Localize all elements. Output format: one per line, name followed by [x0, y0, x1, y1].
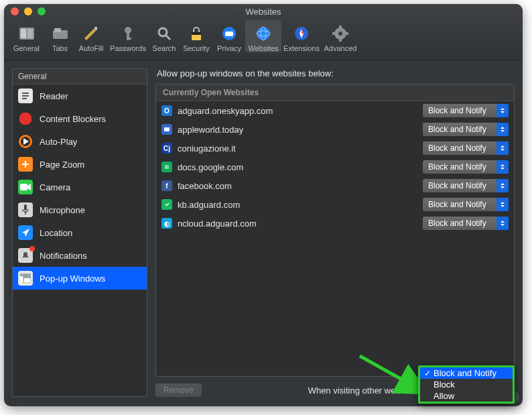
toolbar-search[interactable]: Search — [149, 20, 180, 52]
site-setting-select[interactable]: Block and Notify — [423, 104, 509, 117]
window-icon — [18, 271, 33, 286]
toolbar-tabs[interactable]: Tabs — [45, 20, 75, 52]
favicon-icon — [161, 199, 172, 210]
main-panel: Allow pop-up windows on the websites bel… — [155, 68, 515, 397]
site-row[interactable]: ◐ ncloud.adguard.com Block and Notify — [156, 214, 514, 233]
sidebar-header: General — [13, 69, 147, 84]
svg-rect-1 — [21, 29, 26, 38]
svg-rect-26 — [22, 95, 29, 97]
site-row[interactable]: f facebook.com Block and Notify — [156, 176, 514, 195]
site-setting-select[interactable]: Block and Notify — [423, 198, 509, 211]
site-row[interactable]: Cj coniugazione.it Block and Notify — [156, 139, 514, 158]
site-setting-select[interactable]: Block and Notify — [423, 141, 509, 155]
microphone-icon — [18, 202, 33, 217]
dropdown-option-block[interactable]: Block — [420, 379, 513, 390]
svg-rect-24 — [345, 32, 348, 35]
compass-icon — [281, 24, 322, 43]
tabs-icon — [45, 24, 75, 43]
svg-rect-36 — [24, 204, 27, 211]
svg-rect-2 — [27, 29, 33, 38]
body: General Reader Content Blockers — [4, 60, 523, 406]
favicon-icon: Cj — [161, 143, 172, 154]
site-row[interactable]: kb.adguard.com Block and Notify — [156, 195, 514, 214]
other-websites-dropdown[interactable]: ✓ Block and Notify Block Allow — [418, 365, 515, 404]
bottom-row: Remove When visiting other websites: ✓ B… — [155, 383, 515, 397]
toolbar-general[interactable]: General — [8, 20, 45, 52]
sidebar-item-camera[interactable]: Camera — [13, 176, 147, 198]
toolbar: General Tabs AutoFill Passwords — [4, 19, 523, 60]
sidebar-item-label: Microphone — [40, 205, 85, 215]
svg-marker-38 — [22, 229, 29, 237]
play-icon — [18, 134, 33, 149]
toolbar-security[interactable]: Security — [180, 20, 213, 52]
svg-rect-22 — [339, 38, 342, 42]
dropdown-option-allow[interactable]: Allow — [420, 390, 513, 402]
gear-icon — [322, 24, 359, 43]
toolbar-privacy[interactable]: Privacy — [213, 20, 245, 52]
lock-icon — [180, 24, 213, 43]
sidebar-item-label: Location — [40, 228, 72, 238]
site-list-box: Currently Open Websites O adguard.onesky… — [155, 84, 515, 377]
toolbar-passwords[interactable]: Passwords — [107, 20, 149, 52]
toolbar-websites[interactable]: Websites — [245, 20, 281, 52]
svg-rect-21 — [339, 25, 342, 29]
other-websites-label: When visiting other websites: — [308, 386, 421, 396]
favicon-icon: ◐ — [161, 218, 172, 229]
site-row[interactable]: appleworld.today Block and Notify — [156, 120, 514, 139]
favicon-icon — [161, 124, 172, 135]
site-setting-select[interactable]: Block and Notify — [423, 123, 509, 136]
sidebar-item-reader[interactable]: Reader — [13, 84, 147, 107]
svg-rect-44 — [164, 127, 170, 131]
reader-icon — [18, 88, 33, 103]
svg-rect-4 — [54, 28, 61, 32]
sidebar-item-notifications[interactable]: Notifications — [13, 244, 147, 267]
bell-icon — [18, 248, 33, 263]
remove-button[interactable]: Remove — [155, 383, 202, 397]
toolbar-autofill[interactable]: AutoFill — [75, 20, 107, 52]
window-title: Websites — [4, 7, 523, 17]
sidebar-item-content-blockers[interactable]: Content Blockers — [13, 107, 147, 130]
sidebar-item-label: Camera — [40, 182, 70, 192]
toolbar-advanced[interactable]: Advanced — [322, 20, 359, 52]
site-setting-select[interactable]: Block and Notify — [423, 179, 509, 192]
svg-rect-23 — [332, 32, 336, 35]
svg-line-10 — [166, 36, 170, 40]
site-row[interactable]: docs.google.com Block and Notify — [156, 158, 514, 176]
zoom-icon — [18, 157, 33, 172]
favicon-icon: f — [161, 180, 172, 191]
toolbar-extensions[interactable]: Extensions — [281, 20, 322, 52]
sidebar-item-location[interactable]: Location — [13, 221, 147, 244]
site-list: O adguard.oneskyapp.com Block and Notify… — [156, 101, 514, 376]
svg-marker-35 — [27, 184, 31, 190]
sidebar-item-label: Pop-up Windows — [40, 274, 105, 284]
site-row[interactable]: O adguard.oneskyapp.com Block and Notify — [156, 101, 514, 120]
svg-rect-27 — [22, 98, 27, 99]
sidebar-item-auto-play[interactable]: Auto-Play — [13, 130, 147, 153]
sidebar-item-page-zoom[interactable]: Page Zoom — [13, 153, 147, 176]
sidebar-item-popup-windows[interactable]: Pop-up Windows — [13, 267, 147, 290]
svg-point-15 — [257, 27, 270, 40]
svg-rect-8 — [127, 38, 131, 40]
svg-rect-34 — [20, 184, 27, 190]
svg-point-20 — [338, 32, 342, 36]
sidebar: General Reader Content Blockers — [12, 68, 147, 397]
site-setting-select[interactable]: Block and Notify — [423, 160, 509, 174]
sidebar-item-label: Page Zoom — [40, 160, 84, 170]
autofill-icon — [75, 24, 107, 43]
titlebar: Websites — [4, 4, 523, 19]
svg-rect-14 — [225, 32, 233, 36]
camera-icon — [18, 180, 33, 194]
sidebar-item-label: Auto-Play — [40, 137, 77, 147]
sidebar-item-label: Content Blockers — [40, 114, 106, 124]
preferences-window: Websites General Tabs AutoFill — [4, 4, 523, 406]
sidebar-item-microphone[interactable]: Microphone — [13, 198, 147, 221]
sidebar-list: Reader Content Blockers Auto-Play — [13, 84, 147, 396]
svg-rect-40 — [20, 274, 31, 276]
general-icon — [8, 24, 45, 43]
svg-rect-25 — [22, 93, 29, 94]
dropdown-option-block-and-notify[interactable]: ✓ Block and Notify — [420, 367, 513, 379]
privacy-icon — [213, 24, 245, 43]
svg-rect-33 — [25, 161, 26, 168]
site-setting-select[interactable]: Block and Notify — [423, 217, 509, 230]
favicon-icon: O — [161, 105, 172, 116]
